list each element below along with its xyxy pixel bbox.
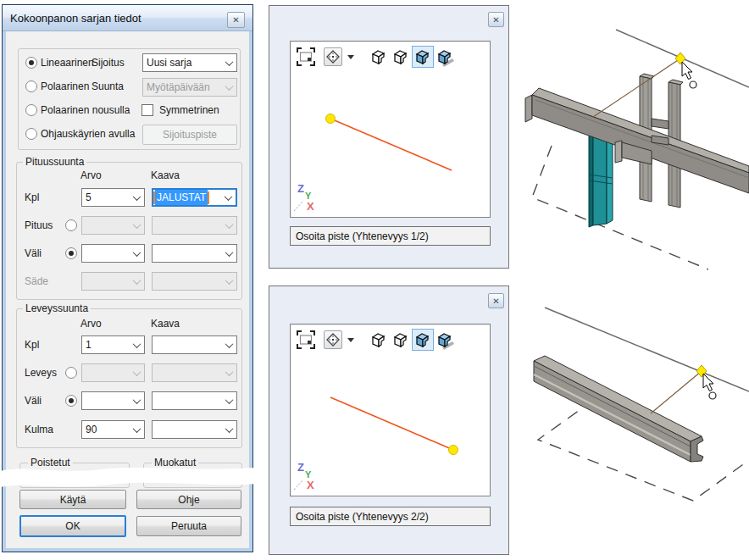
sijoitus-combo[interactable]: Uusi sarja — [142, 53, 237, 72]
symmetrinen-checkbox[interactable] — [141, 104, 153, 116]
sijoituspiste-button: Sijoituspiste — [142, 125, 237, 145]
combo-arrow-icon — [133, 248, 141, 257]
suunta-value: Myötäpäivään — [143, 80, 222, 95]
model-view-bottom[interactable] — [519, 286, 749, 560]
combo-arrow-icon — [133, 276, 141, 285]
combo-arrow-icon — [225, 396, 234, 404]
text-caret — [208, 191, 209, 204]
ohje-button[interactable]: Ohje — [136, 490, 241, 509]
status-bar: Osoita piste (Yhtenevyys 2/2) — [290, 507, 491, 526]
radio-ohjauskayrien-label: Ohjauskäyrien avulla — [41, 127, 135, 141]
snap-circle — [709, 392, 716, 399]
close-icon: ✕ — [492, 297, 499, 306]
row-label: Kpl — [25, 338, 39, 352]
close-icon: ✕ — [232, 15, 239, 25]
peruuta-button[interactable]: Peruuta — [136, 516, 241, 536]
vali-kaava-combo[interactable] — [152, 244, 237, 263]
row-label: Väli — [25, 247, 42, 260]
leveys-vali-kaava-combo[interactable] — [152, 391, 237, 410]
torn-edge — [0, 461, 266, 491]
combo-arrow-icon — [225, 192, 233, 201]
status-bar: Osoita piste (Yhtenevyys 1/2) — [290, 226, 491, 246]
radio-polaarinen-nousulla[interactable] — [25, 104, 37, 116]
kulma-arvo-combo[interactable]: 90 — [81, 420, 145, 439]
radio-ohjauskayrien[interactable] — [25, 128, 37, 140]
axis-triad-icon: Z Y X — [294, 182, 314, 213]
sijoitus-value: Uusi sarja — [143, 55, 222, 70]
combo-arrow-icon — [225, 340, 234, 348]
pituus-kpl-arvo-combo[interactable]: 5 — [81, 188, 145, 207]
vali-radio[interactable] — [65, 247, 77, 259]
combo-arrow-icon — [133, 192, 141, 201]
dialog-titlebar[interactable]: Kokoonpanon sarjan tiedot — [3, 5, 252, 31]
pick-canvas-1[interactable]: Z Y X — [290, 41, 491, 218]
leveys-kaava-combo — [152, 363, 237, 382]
peruuta-label: Peruuta — [171, 520, 207, 532]
array-guide-line — [651, 371, 702, 413]
pick-window-1: ✕ — [269, 5, 509, 269]
close-icon: ✕ — [492, 15, 499, 25]
axis-triad-icon: Z Y X — [294, 461, 314, 491]
pick-window-2: ✕ — [269, 286, 509, 555]
combo-value: 5 — [82, 190, 130, 205]
leveyssuunta-title: Leveyssuunta — [23, 302, 91, 314]
kulma-kaava-combo[interactable] — [152, 420, 237, 439]
ohje-label: Ohje — [178, 494, 199, 506]
combo-arrow-icon — [133, 368, 141, 376]
array-guide-line — [593, 58, 680, 117]
row-label: Kulma — [25, 423, 53, 436]
combo-arrow-icon — [225, 276, 234, 285]
vali-arvo-combo[interactable] — [81, 244, 145, 263]
leveys-kpl-arvo-combo[interactable]: 1 — [81, 335, 145, 354]
pick-canvas-2[interactable]: Z Y X — [290, 324, 491, 496]
leveys-vali-arvo-combo[interactable] — [81, 391, 145, 410]
pituussuunta-title: Pituussuunta — [23, 156, 86, 168]
close-button[interactable]: ✕ — [488, 293, 504, 308]
svg-text:Z: Z — [297, 182, 304, 195]
radio-polaarinen[interactable] — [25, 80, 37, 92]
radio-lineaarinen-label: Lineaarinen — [41, 56, 94, 69]
model-view-top[interactable] — [519, 0, 749, 284]
pick-point — [675, 53, 685, 64]
sade-arvo-combo — [81, 272, 145, 291]
pick-scene-1: Z Y X — [291, 42, 490, 217]
suunta-combo: Myötäpäivään — [142, 78, 237, 97]
leveys-vali-radio[interactable] — [65, 395, 77, 407]
pituus-arvo-combo — [81, 216, 145, 235]
leveys-arvo-combo — [81, 363, 145, 382]
col-arvo-label: Arvo — [80, 169, 102, 182]
combo-value: 1 — [82, 337, 130, 352]
radio-polaarinen-nousulla-label: Polaarinen nousulla — [41, 103, 130, 117]
combo-arrow-icon — [225, 368, 234, 376]
col-arvo-label: Arvo — [80, 317, 102, 330]
svg-text:X: X — [307, 479, 314, 491]
radio-lineaarinen[interactable] — [25, 57, 37, 69]
ok-button[interactable]: OK — [19, 515, 126, 537]
steel-beam[interactable] — [534, 356, 703, 462]
combo-arrow-icon — [225, 58, 234, 66]
pituus-kpl-kaava-combo[interactable]: JALUSTAT — [152, 188, 237, 207]
ok-label: OK — [65, 520, 80, 532]
pituus-radio[interactable] — [65, 219, 77, 231]
kayta-label: Käytä — [60, 494, 86, 506]
close-button[interactable]: ✕ — [227, 12, 245, 28]
tekla-workspace: Kokoonpanon sarjan tiedot ✕ Lineaarinen … — [0, 0, 749, 560]
status-text: Osoita piste (Yhtenevyys 1/2) — [296, 230, 429, 242]
suunta-label: Suunta — [92, 80, 124, 93]
teal-column-part[interactable] — [589, 132, 613, 227]
steel-beam[interactable] — [525, 88, 749, 193]
combo-arrow-icon — [133, 424, 141, 433]
pituus-kaava-combo — [152, 216, 237, 235]
radio-polaarinen-label: Polaarinen — [41, 80, 89, 93]
row-label: Väli — [25, 394, 42, 408]
pick-scene-2: Z Y X — [291, 324, 490, 496]
combo-arrow-icon — [225, 424, 234, 433]
leveys-kpl-kaava-combo[interactable] — [152, 335, 237, 354]
kayta-button[interactable]: Käytä — [19, 490, 126, 509]
row-label: Kpl — [25, 191, 39, 204]
close-button[interactable]: ✕ — [488, 12, 504, 27]
leveys-radio[interactable] — [65, 367, 77, 379]
dialog-title: Kokoonpanon sarjan tiedot — [10, 12, 141, 25]
array-guide-line — [330, 397, 453, 450]
svg-text:X: X — [307, 200, 314, 213]
